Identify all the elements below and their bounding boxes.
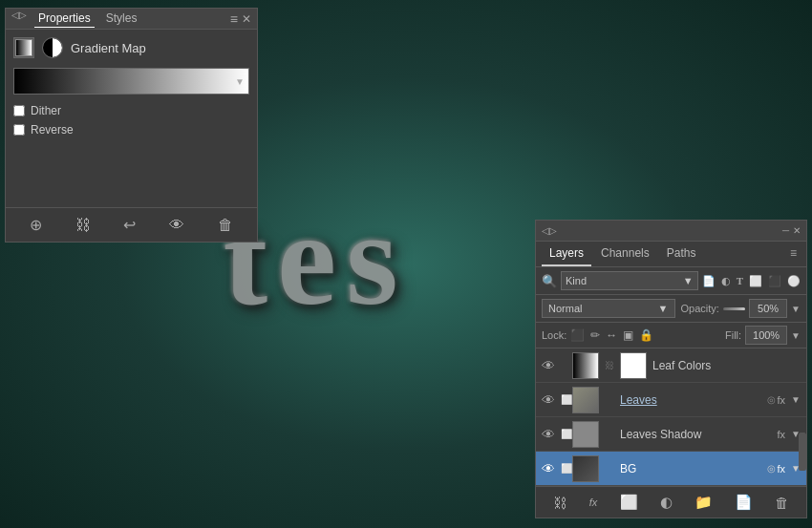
layer-fx-label-leaves: fx [778, 394, 786, 406]
layer-icon-box [13, 37, 34, 58]
kind-dropdown-arrow: ▼ [683, 275, 694, 286]
fill-value[interactable]: 100% [745, 326, 787, 345]
panel-menu-icon[interactable]: ≡ [230, 11, 238, 27]
layers-panel: ◁▷ ─ ✕ Layers Channels Paths ≡ 🔍 Kind ▼ … [535, 220, 807, 518]
gradient-preview[interactable]: ▼ [13, 68, 249, 95]
lock-icon-pixel[interactable]: ⬛ [570, 328, 585, 342]
layer-fx-arrow[interactable]: ▼ [791, 394, 801, 405]
tab-styles[interactable]: Styles [102, 10, 141, 28]
fill-label: Fill: [725, 329, 741, 341]
layers-link-button[interactable]: ⛓ [551, 493, 569, 513]
layer-link-chain: ⛓ [605, 352, 614, 379]
tab-channels[interactable]: Channels [593, 242, 657, 266]
layer-thumb-bg [572, 455, 599, 482]
layer-fx-shadow[interactable]: fx [778, 429, 786, 440]
layer-link-chain-leaves [605, 387, 614, 413]
layer-smart-indicator-shadow: ⬜ [561, 429, 566, 439]
layers-tab-menu[interactable]: ≡ [786, 242, 801, 266]
layer-row-bg[interactable]: 👁 ⬜ BG ◎ fx ▼ [536, 452, 806, 486]
kind-search-icon[interactable]: 🔍 [542, 274, 557, 288]
adjustment-icon [42, 37, 63, 58]
layers-trash-button[interactable]: 🗑 [773, 493, 791, 513]
panel-tabs: ◁▷ Properties Styles [11, 10, 140, 28]
layer-name-leaf-colors: Leaf Colors [652, 359, 801, 372]
adjustment-icon-half [43, 38, 62, 57]
panel-add-button[interactable]: ⊕ [28, 214, 44, 236]
kind-icon-type[interactable]: T [737, 275, 743, 286]
layer-row-leaves-shadow[interactable]: 👁 ⬜ Leaves Shadow fx ▼ [536, 417, 806, 452]
layer-name-bg: BG [620, 462, 761, 475]
panel-trash-button[interactable]: 🗑 [216, 215, 235, 236]
reverse-checkbox[interactable] [13, 124, 25, 136]
panel-link-button[interactable]: ⛓ [74, 215, 93, 236]
layers-close[interactable]: ✕ [793, 225, 801, 236]
panel-visibility-button[interactable]: 👁 [167, 215, 186, 236]
panel-close-button[interactable]: ✕ [242, 12, 251, 26]
lock-icons: ⬛ ✏ ↔ ▣ 🔒 [570, 328, 653, 342]
layer-fx-leaves[interactable]: ◎ fx [767, 394, 786, 406]
layer-fx-circle: ◎ [767, 394, 776, 405]
layer-smart-indicator-bg: ⬜ [561, 463, 566, 474]
fill-dropdown-arrow[interactable]: ▼ [791, 330, 801, 341]
layers-group-button[interactable]: 📁 [693, 492, 715, 513]
layers-adjustment-button[interactable]: ◐ [658, 492, 674, 513]
layer-visibility-leaves-shadow[interactable]: 👁 [542, 427, 555, 442]
kind-icon-smart[interactable]: ⬛ [768, 275, 781, 287]
layer-visibility-leaf-colors[interactable]: 👁 [542, 358, 555, 373]
layers-titlebar-right: ─ ✕ [782, 225, 801, 236]
layer-thumb-leaves-shadow [572, 421, 599, 448]
tab-layers[interactable]: Layers [542, 242, 591, 266]
layers-panel-titlebar: ◁▷ ─ ✕ [536, 221, 806, 242]
scroll-thumb[interactable] [799, 433, 806, 471]
layer-link-chain-shadow [605, 421, 614, 448]
layers-fx-button[interactable]: fx [588, 495, 600, 510]
panel-collapse-arrow[interactable]: ◁▷ [11, 10, 27, 28]
panel-undo-button[interactable]: ↩ [121, 214, 138, 236]
panel-bottom-toolbar: ⊕ ⛓ ↩ 👁 🗑 [6, 207, 257, 242]
kind-icon-pixel[interactable]: 📄 [702, 275, 716, 287]
layer-visibility-bg[interactable]: 👁 [542, 461, 555, 476]
layer-thumb-dark-fill [573, 456, 598, 481]
layer-thumb-leaf-colors [572, 352, 599, 379]
fill-row: Fill: 100% ▼ [725, 326, 801, 345]
reverse-checkbox-row: Reverse [13, 123, 249, 137]
reverse-label: Reverse [31, 123, 74, 137]
lock-icon-all[interactable]: 🔒 [639, 328, 653, 342]
layer-mask-leaf-colors [620, 352, 647, 379]
layer-name-leaves: Leaves [620, 393, 761, 407]
kind-icon-shape[interactable]: ⬜ [749, 275, 762, 287]
kind-icon-adjustment[interactable]: ◐ [721, 275, 731, 287]
blend-mode-dropdown[interactable]: Normal ▼ [542, 299, 675, 318]
lock-icon-artboard[interactable]: ▣ [623, 328, 633, 342]
layers-panel-arrows[interactable]: ◁▷ [542, 225, 557, 236]
dither-checkbox[interactable] [13, 105, 25, 116]
tab-properties[interactable]: Properties [34, 10, 95, 28]
opacity-dropdown-arrow[interactable]: ▼ [791, 304, 801, 314]
layer-link-chain-bg [605, 455, 614, 482]
gradient-map-header: Gradient Map [13, 37, 249, 58]
blend-mode-label: Normal [548, 303, 582, 314]
lock-icon-move[interactable]: ↔ [606, 328, 617, 342]
layer-fx-bg[interactable]: ◎ fx [767, 463, 786, 475]
panel-content: Gradient Map ▼ Dither Reverse [6, 30, 257, 150]
kind-icon-circle[interactable]: ⚪ [787, 275, 801, 287]
opacity-slider[interactable] [723, 307, 745, 310]
kind-dropdown[interactable]: Kind ▼ [561, 271, 698, 290]
layers-minimize[interactable]: ─ [782, 225, 789, 236]
layer-fx-label-shadow: fx [778, 429, 786, 440]
gradient-map-label: Gradient Map [71, 41, 146, 55]
lock-icon-paint[interactable]: ✏ [590, 328, 600, 342]
blend-mode-row: Normal ▼ Opacity: 50% ▼ [536, 295, 806, 323]
layer-row-leaf-colors[interactable]: 👁 ⛓ Leaf Colors [536, 348, 806, 383]
properties-panel-titlebar: ◁▷ Properties Styles ≡ ✕ [6, 9, 257, 30]
layer-row-leaves[interactable]: 👁 ⬜ Leaves ◎ fx ▼ [536, 383, 806, 417]
kind-dropdown-label: Kind [566, 275, 587, 286]
layer-visibility-leaves[interactable]: 👁 [542, 392, 555, 408]
layers-mask-button[interactable]: ⬜ [618, 492, 640, 513]
opacity-value[interactable]: 50% [749, 299, 787, 318]
panel-controls-right: ≡ ✕ [230, 11, 251, 27]
layers-new-button[interactable]: 📄 [733, 492, 755, 513]
layers-list: 👁 ⛓ Leaf Colors 👁 ⬜ Leaves ◎ fx ▼ [536, 348, 806, 486]
tab-paths[interactable]: Paths [659, 242, 704, 266]
blend-mode-arrow: ▼ [658, 303, 669, 314]
